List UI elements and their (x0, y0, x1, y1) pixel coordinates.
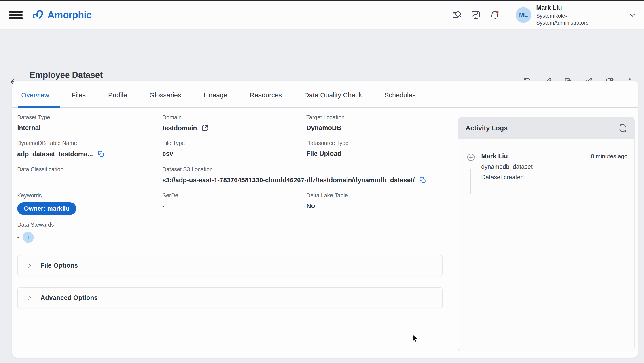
global-search-button[interactable] (450, 8, 464, 22)
timeline-line (470, 169, 471, 194)
field-s3-location: Dataset S3 Location s3://adp-us-east-1-7… (162, 166, 443, 184)
field-value: internal (17, 124, 162, 132)
field-label: Target Location (306, 114, 443, 121)
activity-user: Mark Liu (481, 152, 508, 160)
amorphic-logo-icon (32, 8, 46, 22)
field-data-classification: Data Classification - (17, 166, 162, 184)
window-top-edge (0, 0, 644, 1)
field-datasource-type: Datasource Type File Upload (306, 140, 443, 158)
tab-resources[interactable]: Resources (250, 91, 282, 107)
accordion-label: Advanced Options (40, 294, 98, 301)
field-serde: SerDe - (162, 192, 306, 213)
hamburger-menu-button[interactable] (9, 10, 23, 20)
field-label: Data Classification (17, 166, 162, 173)
overview-fields: Dataset Type internal Domain testdomain … (17, 114, 443, 251)
activity-dataset: dynamodb_dataset (481, 163, 628, 170)
search-icon (452, 10, 462, 20)
refresh-icon (618, 123, 628, 133)
bell-icon (490, 10, 500, 20)
field-value: csv (162, 150, 306, 157)
top-navbar: Amorphic (0, 1, 644, 30)
field-label: Keywords (17, 192, 162, 199)
add-data-steward-button[interactable]: + (22, 232, 34, 243)
dataset-detail-card: Overview Files Profile Glossaries Lineag… (12, 81, 638, 358)
activity-entry: Mark Liu 8 minutes ago dynamodb_dataset … (466, 152, 628, 181)
tab-lineage[interactable]: Lineage (204, 91, 228, 107)
field-value: testdomain (162, 124, 197, 132)
page-title: Employee Dataset (30, 70, 103, 80)
copy-icon[interactable] (418, 176, 427, 184)
navbar-divider (509, 6, 510, 24)
tab-profile[interactable]: Profile (108, 91, 127, 107)
field-target-location: Target Location DynamoDB (306, 114, 443, 132)
user-role: SystemRole-SystemAdministrators (536, 12, 595, 26)
tab-schedules[interactable]: Schedules (384, 91, 416, 107)
field-value: File Upload (306, 150, 443, 157)
field-label: Dataset Type (17, 114, 162, 121)
user-info[interactable]: Mark Liu SystemRole-SystemAdministrators (536, 4, 595, 26)
copy-icon[interactable] (97, 150, 105, 158)
activity-refresh-button[interactable] (618, 123, 628, 133)
amorphic-logo[interactable]: Amorphic (32, 8, 92, 22)
tab-data-quality-check[interactable]: Data Quality Check (304, 91, 362, 107)
tab-overview[interactable]: Overview (21, 91, 49, 107)
field-label: Domain (162, 114, 306, 121)
field-label: Datasource Type (306, 140, 443, 146)
tab-bar: Overview Files Profile Glossaries Lineag… (12, 81, 638, 108)
option-accordions: File Options Advanced Options (17, 255, 443, 319)
accordion-label: File Options (40, 262, 78, 269)
user-name: Mark Liu (536, 4, 595, 12)
keyword-pill[interactable]: Owner: markliu (17, 202, 76, 215)
notifications-button[interactable] (488, 8, 501, 22)
chevron-down-icon (628, 11, 636, 19)
field-dynamodb-table-name: DynamoDB Table Name adp_dataset_testdoma… (17, 140, 162, 158)
field-domain: Domain testdomain (162, 114, 306, 132)
field-value: - (17, 234, 20, 241)
activity-logs-header: Activity Logs (458, 118, 634, 139)
field-label: DynamoDB Table Name (17, 140, 162, 146)
chevron-right-icon (26, 294, 33, 301)
file-options-accordion[interactable]: File Options (17, 255, 443, 276)
field-value: - (162, 202, 306, 210)
user-menu-button[interactable] (628, 11, 636, 19)
activity-action: Dataset created (481, 174, 628, 181)
activity-time: 8 minutes ago (591, 153, 628, 160)
field-keywords: Keywords Owner: markliu (17, 192, 162, 215)
field-label: Data Stewards (17, 222, 162, 228)
activity-logs-panel: Activity Logs Mark Liu (458, 117, 634, 351)
field-label: Dataset S3 Location (162, 166, 443, 173)
field-label: Delta Lake Table (306, 192, 443, 199)
field-value: DynamoDB (306, 124, 443, 132)
field-label: SerDe (162, 192, 306, 199)
tab-files[interactable]: Files (72, 91, 86, 107)
user-avatar[interactable]: ML (516, 7, 531, 23)
monitor-chart-icon (471, 10, 481, 20)
field-value: No (306, 202, 443, 210)
brand-name: Amorphic (48, 10, 92, 21)
playground-button[interactable] (469, 8, 482, 22)
field-value: s3://adp-us-east-1-783764581330-cloudd46… (162, 177, 414, 184)
activity-logs-title: Activity Logs (466, 124, 508, 132)
notification-dot (496, 11, 499, 14)
external-link-icon[interactable] (201, 124, 209, 132)
field-data-stewards: Data Stewards - + (17, 222, 162, 243)
advanced-options-accordion[interactable]: Advanced Options (17, 287, 443, 308)
field-dataset-type: Dataset Type internal (17, 114, 162, 132)
field-value: adp_dataset_testdoma... (17, 150, 93, 158)
page-header: Employee Dataset Created By Mark Liu 5 m… (0, 30, 644, 81)
field-value: - (17, 176, 162, 184)
field-delta-lake-table: Delta Lake Table No (306, 192, 443, 213)
chevron-right-icon (26, 262, 33, 269)
field-label: File Type (162, 140, 306, 146)
tab-glossaries[interactable]: Glossaries (149, 91, 181, 107)
field-file-type: File Type csv (162, 140, 306, 158)
activity-logs-body: Mark Liu 8 minutes ago dynamodb_dataset … (458, 139, 634, 181)
